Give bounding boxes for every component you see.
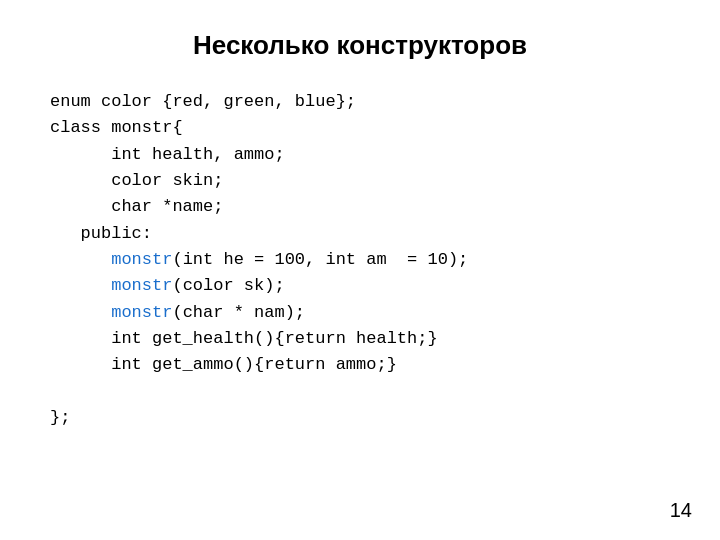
- code-line-10: int get_health(){return health;}: [50, 326, 670, 352]
- slide-title: Несколько конструкторов: [50, 30, 670, 61]
- code-line-1: enum color {red, green, blue};: [50, 89, 670, 115]
- code-line-6: public:: [50, 221, 670, 247]
- code-line-11: int get_ammo(){return ammo;}: [50, 352, 670, 378]
- code-line-5: char *name;: [50, 194, 670, 220]
- code-line-13: };: [50, 405, 670, 431]
- code-line-7: monstr(int he = 100, int am = 10);: [50, 247, 670, 273]
- code-line-4: color skin;: [50, 168, 670, 194]
- code-line-3: int health, ammo;: [50, 142, 670, 168]
- slide: Несколько конструкторов enum color {red,…: [0, 0, 720, 540]
- code-line-9: monstr(char * nam);: [50, 300, 670, 326]
- code-block: enum color {red, green, blue}; class mon…: [50, 89, 670, 431]
- code-line-8: monstr(color sk);: [50, 273, 670, 299]
- page-number: 14: [670, 499, 692, 522]
- code-line-2: class monstr{: [50, 115, 670, 141]
- code-line-12: [50, 379, 670, 405]
